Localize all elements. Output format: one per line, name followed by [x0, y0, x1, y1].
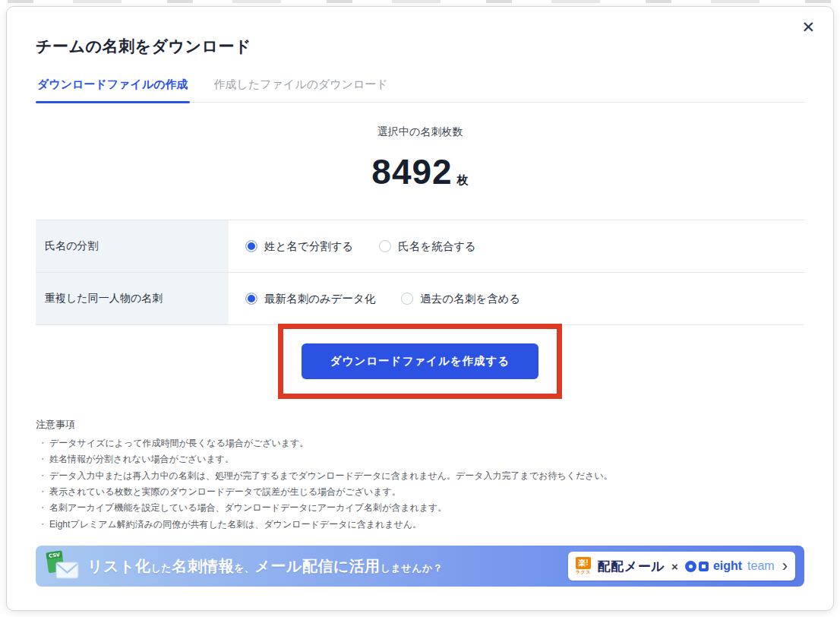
radio-selected-icon[interactable]: [245, 240, 257, 252]
note-item: ・ 名刺アーカイブ機能を設定している場合、ダウンロードデータにアーカイブ名刺が含…: [36, 500, 804, 516]
note-item: ・ データサイズによって作成時間が長くなる場合がございます。: [36, 435, 804, 451]
selected-card-count-label: 選択中の名刺枚数: [7, 125, 833, 139]
option-label: 重複した同一人物の名刺: [45, 292, 163, 305]
notes-section: 注意事項 ・ データサイズによって作成時間が長くなる場合がございます。 ・ 姓名…: [36, 418, 804, 533]
radio-unselected-icon[interactable]: [401, 293, 413, 305]
selected-card-count-unit: 枚: [457, 173, 469, 186]
rakus-logo-icon: 楽! ラクス: [575, 557, 592, 576]
option-label: 氏名の分割: [45, 239, 98, 253]
haihai-mail-logo-text: 配配メール: [598, 558, 665, 575]
option-row-duplicate-cards: 重複した同一人物の名刺 最新名刺のみデータ化 過去の名刺を含める: [36, 273, 804, 325]
option-label-cell: 氏名の分割: [36, 220, 229, 272]
create-download-file-button[interactable]: ダウンロードファイルを作成する: [302, 343, 539, 379]
bullet-icon: ・: [36, 517, 49, 533]
bullet-icon: ・: [36, 484, 49, 500]
option-row-name-split: 氏名の分割 姓と名で分割する 氏名を統合する: [36, 220, 804, 273]
tab-create-download-file[interactable]: ダウンロードファイルの作成: [36, 78, 190, 102]
chevron-right-icon: ›: [782, 558, 788, 574]
cross-separator-icon: ×: [671, 560, 679, 573]
banner-message: リスト化した名刺情報を、メール配信に活用しませんか？: [87, 556, 568, 577]
radio-option-split-first-last[interactable]: 姓と名で分割する: [245, 239, 353, 254]
note-item: ・ データ入力中または再入力中の名刺は、処理が完了するまでダウンロードデータに含…: [36, 468, 804, 484]
option-label-cell: 重複した同一人物の名刺: [36, 273, 229, 324]
radio-selected-icon[interactable]: [245, 293, 257, 305]
bullet-icon: ・: [36, 451, 49, 467]
options-table: 氏名の分割 姓と名で分割する 氏名を統合する 重複した同一人物の名刺: [36, 220, 804, 325]
selected-card-count-section: 選択中の名刺枚数 8492枚: [7, 125, 833, 192]
note-item: ・ Eightプレミアム解約済みの同僚が共有した名刺は、ダウンロードデータに含ま…: [36, 517, 804, 533]
annotation-highlight-rectangle: ダウンロードファイルを作成する: [278, 324, 563, 399]
tab-bar: ダウンロードファイルの作成 作成したファイルのダウンロード: [36, 78, 804, 103]
radio-option-latest-only[interactable]: 最新名刺のみデータ化: [245, 292, 375, 306]
partner-logos-pill[interactable]: 楽! ラクス 配配メール × eight team ›: [568, 552, 795, 581]
radio-unselected-icon[interactable]: [379, 240, 391, 252]
notes-title: 注意事項: [36, 418, 804, 432]
tab-download-created-files[interactable]: 作成したファイルのダウンロード: [213, 78, 390, 102]
selected-card-count-value: 8492: [371, 152, 452, 191]
modal-title: チームの名刺をダウンロード: [36, 36, 804, 57]
eight-pixel-icon: [699, 562, 709, 571]
csv-mail-icon: CSV: [43, 548, 81, 584]
download-modal: ✕ チームの名刺をダウンロード ダウンロードファイルの作成 作成したファイルのダ…: [6, 6, 834, 611]
promo-banner[interactable]: CSV リスト化した名刺情報を、メール配信に活用しませんか？ 楽! ラクス 配配…: [36, 546, 804, 587]
eight-ring-icon: [685, 561, 696, 572]
bullet-icon: ・: [36, 500, 49, 516]
background-page-fragment: [8, 0, 832, 3]
bullet-icon: ・: [36, 468, 49, 484]
eight-team-logo: eight team: [685, 559, 775, 573]
note-item: ・ 表示されている枚数と実際のダウンロードデータで誤差が生じる場合がございます。: [36, 484, 804, 500]
bullet-icon: ・: [36, 435, 49, 451]
note-item: ・ 姓名情報が分割されない場合がございます。: [36, 451, 804, 467]
radio-option-merge-name[interactable]: 氏名を統合する: [379, 239, 476, 254]
radio-option-include-past[interactable]: 過去の名刺を含める: [401, 292, 520, 306]
close-icon[interactable]: ✕: [801, 19, 815, 35]
